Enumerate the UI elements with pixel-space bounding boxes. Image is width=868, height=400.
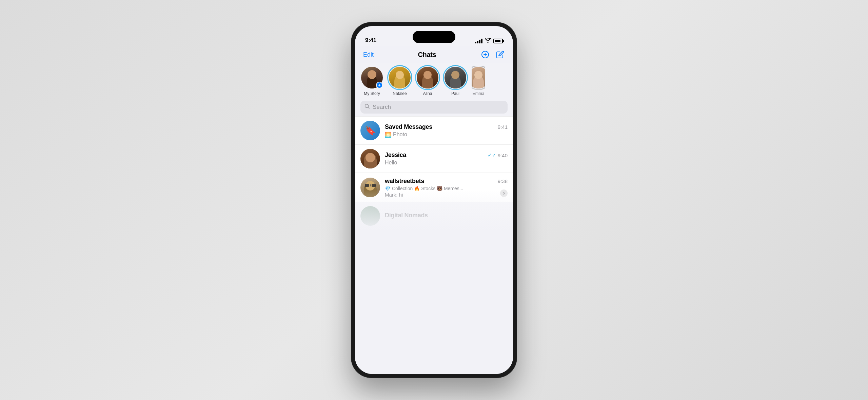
story-name-paul: Paul	[451, 91, 459, 96]
read-checkmark: ✓✓	[488, 152, 496, 158]
chat-preview-jessica: Hello	[385, 160, 508, 166]
chat-list: 🔖 Saved Messages 9:41 🌅 Photo	[355, 116, 513, 230]
chat-time-wsb: 9:38	[498, 178, 508, 184]
chat-item-wsb[interactable]: wallstreetbets 9:38 💎 Collection 🔥 Stock…	[355, 173, 513, 202]
chat-preview-wsb: Mark: hi	[385, 192, 508, 198]
natalee-avatar-wrap	[388, 66, 411, 89]
chat-time-saved: 9:41	[498, 124, 508, 130]
main-content: Edit Chats	[355, 46, 513, 374]
dynamic-island	[413, 31, 455, 43]
emma-avatar-wrap	[472, 66, 485, 89]
wsb-avatar	[360, 178, 380, 197]
chat-tags-wsb: 💎 Collection 🔥 Stocks 🐻 Memes...	[385, 186, 508, 191]
nav-action-icons	[480, 50, 505, 59]
chat-name-saved: Saved Messages	[385, 123, 432, 131]
edit-button[interactable]: Edit	[363, 51, 374, 58]
digital-nomads-info: Digital Nomads	[385, 212, 508, 220]
alina-avatar-wrap	[416, 66, 439, 89]
search-icon	[364, 104, 370, 111]
search-placeholder: Search	[373, 104, 504, 111]
emma-avatar	[472, 66, 485, 89]
phone-frame: 9:41	[351, 22, 517, 378]
jessica-avatar	[360, 149, 380, 168]
chat-item-saved-messages[interactable]: 🔖 Saved Messages 9:41 🌅 Photo	[355, 116, 513, 145]
chat-item-jessica[interactable]: Jessica ✓✓ 9:40 Hello	[355, 145, 513, 173]
my-story-avatar-wrap: +	[360, 66, 383, 89]
nav-bar: Edit Chats	[355, 46, 513, 63]
chat-name-wsb: wallstreetbets	[385, 178, 424, 185]
add-story-badge: +	[376, 82, 383, 88]
battery-icon	[493, 39, 503, 43]
stories-row: + My Story Natalee	[355, 63, 513, 101]
wsb-arrow-icon	[500, 189, 508, 197]
story-name-emma: Emma	[473, 91, 485, 96]
phone-screen: 9:41	[355, 26, 513, 374]
paul-avatar-wrap	[444, 66, 467, 89]
story-item-emma[interactable]: Emma	[472, 66, 485, 96]
add-contact-button[interactable]	[480, 50, 490, 59]
svg-line-4	[368, 107, 370, 109]
paul-avatar	[444, 66, 467, 89]
digital-nomads-avatar	[360, 206, 380, 226]
jessica-info: Jessica ✓✓ 9:40 Hello	[385, 152, 508, 166]
chat-name-jessica: Jessica	[385, 152, 406, 159]
chat-time-jessica: 9:40	[498, 153, 508, 158]
status-icons	[475, 38, 503, 44]
story-name-natalee: Natalee	[393, 91, 407, 96]
saved-messages-info: Saved Messages 9:41 🌅 Photo	[385, 123, 508, 138]
chat-item-digital-nomads[interactable]: Digital Nomads	[355, 202, 513, 230]
bookmark-icon: 🔖	[365, 125, 376, 136]
alina-avatar	[416, 66, 439, 89]
story-item-paul[interactable]: Paul	[444, 66, 467, 96]
wifi-icon	[485, 38, 491, 44]
natalee-avatar	[388, 66, 411, 89]
status-time: 9:41	[365, 37, 376, 44]
wsb-info: wallstreetbets 9:38 💎 Collection 🔥 Stock…	[385, 178, 508, 198]
story-item-natalee[interactable]: Natalee	[388, 66, 411, 96]
scene: 9:41	[0, 0, 868, 400]
signal-icon	[475, 39, 482, 43]
compose-button[interactable]	[495, 50, 505, 59]
chat-preview-saved: Photo	[393, 132, 508, 138]
story-item-my-story[interactable]: + My Story	[360, 66, 383, 96]
story-item-alina[interactable]: Alina	[416, 66, 439, 96]
story-name-alina: Alina	[423, 91, 432, 96]
story-name-my-story: My Story	[364, 91, 380, 96]
page-title: Chats	[418, 51, 436, 59]
photo-emoji: 🌅	[385, 132, 392, 138]
chat-name-digital-nomads: Digital Nomads	[385, 212, 428, 219]
search-bar[interactable]: Search	[360, 101, 508, 114]
saved-messages-avatar: 🔖	[360, 121, 380, 140]
